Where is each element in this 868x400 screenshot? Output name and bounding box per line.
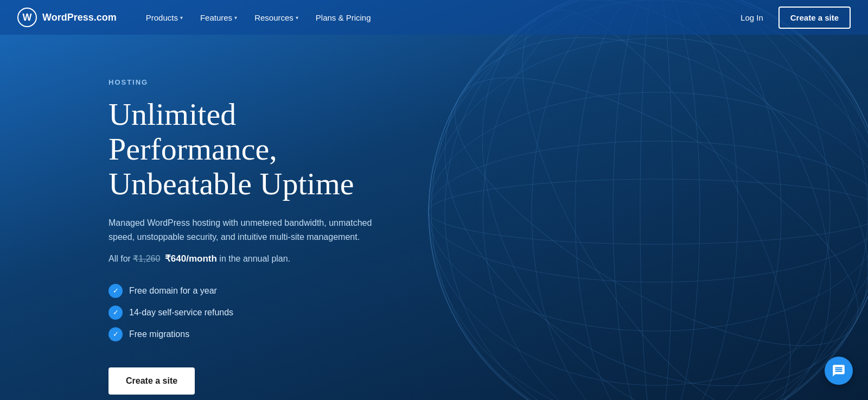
svg-point-9 bbox=[575, 0, 738, 400]
nav-plans-pricing[interactable]: Plans & Pricing bbox=[308, 9, 379, 27]
svg-point-6 bbox=[429, 0, 868, 400]
svg-point-12 bbox=[445, 0, 868, 400]
check-icon-migrations: ✓ bbox=[108, 327, 123, 341]
svg-point-11 bbox=[483, 0, 830, 400]
hero-label: HOSTING bbox=[108, 78, 380, 86]
features-list: ✓ Free domain for a year ✓ 14-day self-s… bbox=[108, 284, 380, 341]
chat-icon bbox=[832, 364, 846, 378]
navbar: W WordPress.com Products ▾ Features ▾ Re… bbox=[0, 0, 868, 35]
svg-point-4 bbox=[429, 38, 868, 385]
nav-create-site-button[interactable]: Create a site bbox=[778, 7, 851, 29]
check-icon-domain: ✓ bbox=[108, 284, 123, 298]
globe-decoration bbox=[412, 0, 868, 400]
hero-create-site-button[interactable]: Create a site bbox=[108, 367, 195, 395]
brand-name: WordPress.com bbox=[42, 12, 117, 23]
svg-point-18 bbox=[472, 0, 841, 400]
svg-point-8 bbox=[613, 0, 700, 400]
feature-item-domain: ✓ Free domain for a year bbox=[108, 284, 380, 298]
new-price: ₹640/month bbox=[165, 253, 217, 264]
svg-point-5 bbox=[429, 0, 868, 400]
nav-resources[interactable]: Resources ▾ bbox=[247, 9, 306, 27]
nav-products[interactable]: Products ▾ bbox=[138, 9, 190, 27]
svg-point-0 bbox=[429, 0, 868, 400]
nav-right: Log In Create a site bbox=[734, 7, 851, 29]
feature-item-migrations: ✓ Free migrations bbox=[108, 327, 380, 341]
wp-logo-icon: W bbox=[17, 8, 37, 27]
logo-link[interactable]: W WordPress.com bbox=[17, 8, 117, 27]
chat-button[interactable] bbox=[825, 357, 853, 385]
svg-point-10 bbox=[532, 0, 781, 400]
features-chevron-icon: ▾ bbox=[234, 15, 237, 21]
products-chevron-icon: ▾ bbox=[180, 15, 183, 21]
nav-links: Products ▾ Features ▾ Resources ▾ Plans … bbox=[138, 9, 734, 27]
resources-chevron-icon: ▾ bbox=[296, 15, 298, 21]
nav-features[interactable]: Features ▾ bbox=[193, 9, 245, 27]
hero-description: Managed WordPress hosting with unmetered… bbox=[108, 216, 380, 244]
hero-section: HOSTING Unlimited Performance, Unbeatabl… bbox=[0, 35, 380, 395]
old-price: ₹1,260 bbox=[133, 254, 160, 263]
svg-point-3 bbox=[429, 92, 868, 331]
svg-point-1 bbox=[429, 179, 868, 244]
check-icon-refunds: ✓ bbox=[108, 306, 123, 320]
svg-point-13 bbox=[431, 0, 868, 400]
hero-title: Unlimited Performance, Unbeatable Uptime bbox=[108, 97, 380, 201]
login-link[interactable]: Log In bbox=[734, 9, 770, 27]
hero-pricing: All for ₹1,260 ₹640/month in the annual … bbox=[108, 253, 380, 264]
feature-item-refunds: ✓ 14-day self-service refunds bbox=[108, 306, 380, 320]
svg-point-7 bbox=[640, 0, 673, 400]
